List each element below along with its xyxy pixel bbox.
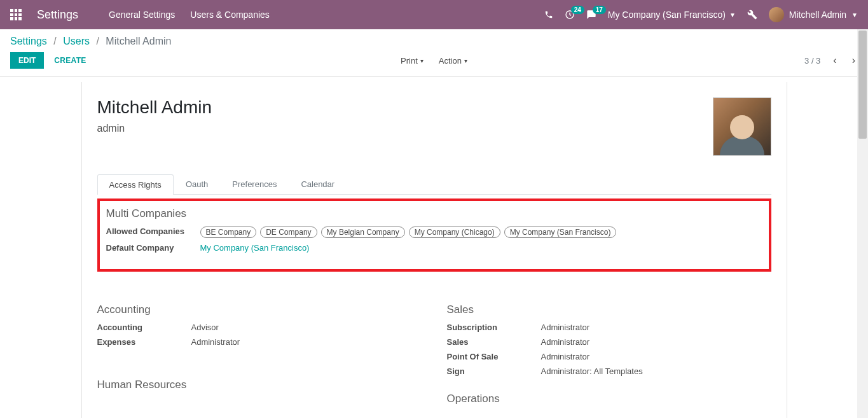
field-value: Administrator <box>191 337 422 347</box>
tab-oauth[interactable]: Oauth <box>174 174 220 194</box>
company-tag[interactable]: DE Company <box>260 226 317 238</box>
apps-icon[interactable] <box>10 9 22 20</box>
chevron-down-icon: ▼ <box>729 11 736 18</box>
field-value: Advisor <box>191 323 422 332</box>
field-value: Administrator: All Templates <box>541 366 771 376</box>
hr-title: Human Resources <box>97 379 422 391</box>
chevron-down-icon: ▾ <box>420 57 424 64</box>
company-tag[interactable]: My Company (Chicago) <box>409 226 500 238</box>
tab-access-rights[interactable]: Access Rights <box>97 174 174 195</box>
company-tag[interactable]: My Belgian Company <box>321 226 405 238</box>
activities-icon[interactable]: 24 <box>565 10 575 20</box>
pager-text: 3 / 3 <box>804 56 820 66</box>
messages-badge: 17 <box>593 6 606 14</box>
field-label: Sign <box>447 366 541 376</box>
field-label: Subscription <box>447 323 541 332</box>
field-label: Sales <box>447 337 541 347</box>
crumb-current: Mitchell Admin <box>106 36 171 46</box>
top-navbar: Settings General Settings Users & Compan… <box>0 0 868 29</box>
scrollbar-thumb[interactable] <box>858 31 867 139</box>
print-dropdown[interactable]: Print▾ <box>401 56 424 66</box>
crumb-users[interactable]: Users <box>63 36 90 46</box>
multi-companies-title: Multi Companies <box>106 207 762 220</box>
edit-button[interactable]: EDIT <box>10 52 44 69</box>
company-switcher[interactable]: My Company (San Francisco) ▼ <box>608 10 736 20</box>
user-menu[interactable]: Mitchell Admin ▼ <box>769 7 858 22</box>
field-label: Expenses <box>97 337 191 347</box>
accounting-title: Accounting <box>97 303 422 316</box>
field-value: Administrator <box>541 323 771 332</box>
tabs: Access Rights Oauth Preferences Calendar <box>97 174 771 195</box>
company-tag[interactable]: BE Company <box>200 226 257 238</box>
activities-badge: 24 <box>571 6 584 14</box>
phone-icon[interactable] <box>544 10 553 19</box>
pager-prev-icon[interactable]: ‹ <box>830 53 839 67</box>
menu-general-settings[interactable]: General Settings <box>109 10 175 20</box>
user-avatar <box>769 7 784 22</box>
vertical-scrollbar[interactable] <box>857 29 868 418</box>
sales-title: Sales <box>447 303 771 316</box>
tab-preferences[interactable]: Preferences <box>220 174 289 194</box>
action-dropdown[interactable]: Action▾ <box>439 56 467 66</box>
field-label: Accounting <box>97 323 191 332</box>
app-title: Settings <box>37 8 78 22</box>
allowed-companies-tags: BE Company DE Company My Belgian Company… <box>200 226 762 238</box>
chevron-down-icon: ▾ <box>464 57 467 64</box>
breadcrumb: Settings / Users / Mitchell Admin <box>0 29 868 47</box>
operations-title: Operations <box>447 393 771 405</box>
tab-calendar[interactable]: Calendar <box>289 174 347 194</box>
debug-icon[interactable] <box>747 10 757 20</box>
record-login: admin <box>97 123 713 134</box>
form-sheet: Mitchell Admin admin Access Rights Oauth… <box>81 82 787 418</box>
record-name: Mitchell Admin <box>97 97 713 118</box>
control-panel: EDIT CREATE Print▾ Action▾ 3 / 3 ‹ › <box>0 47 868 77</box>
chevron-down-icon: ▼ <box>851 11 858 18</box>
field-value: Administrator <box>541 337 771 347</box>
company-tag[interactable]: My Company (San Francisco) <box>504 226 617 238</box>
field-label: Point Of Sale <box>447 352 541 361</box>
crumb-settings[interactable]: Settings <box>10 36 47 46</box>
company-name: My Company (San Francisco) <box>608 10 726 20</box>
messages-icon[interactable]: 17 <box>586 10 596 20</box>
create-button[interactable]: CREATE <box>54 56 86 65</box>
menu-users-companies[interactable]: Users & Companies <box>190 10 270 20</box>
default-company-link[interactable]: My Company (San Francisco) <box>200 243 310 253</box>
pager-next-icon[interactable]: › <box>850 53 858 67</box>
top-menu: General Settings Users & Companies <box>109 10 270 20</box>
allowed-companies-label: Allowed Companies <box>106 226 200 238</box>
multi-companies-highlight: Multi Companies Allowed Companies BE Com… <box>97 199 771 272</box>
record-avatar[interactable] <box>713 97 771 156</box>
field-value: Administrator <box>541 352 771 361</box>
user-name: Mitchell Admin <box>789 10 846 20</box>
default-company-label: Default Company <box>106 243 200 253</box>
